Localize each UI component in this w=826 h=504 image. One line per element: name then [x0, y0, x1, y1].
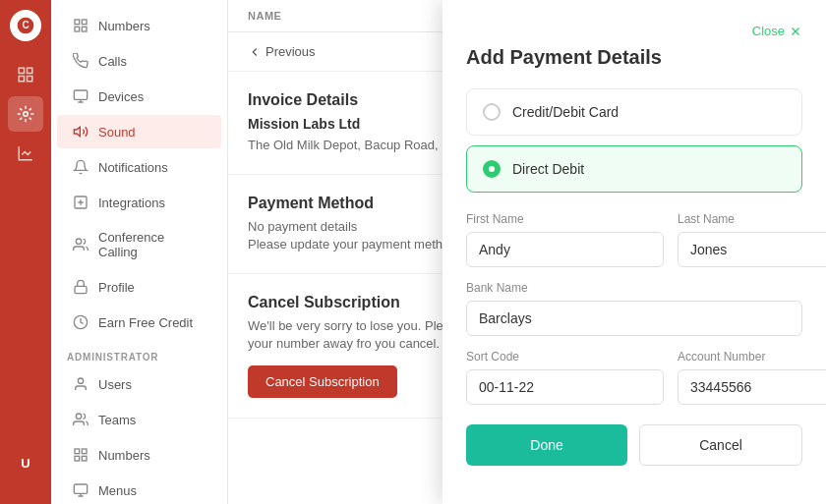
account-number-input[interactable]	[678, 369, 826, 405]
svg-rect-2	[19, 68, 24, 73]
sidebar-item-earn-free-credit[interactable]: Earn Free Credit	[57, 306, 221, 339]
sidebar-item-notifications[interactable]: Notifications	[57, 150, 221, 184]
modal-cancel-button[interactable]: Cancel	[639, 424, 802, 466]
user-avatar[interactable]: U	[10, 447, 41, 478]
direct-debit-radio[interactable]	[483, 160, 501, 178]
credit-debit-label: Credit/Debit Card	[512, 104, 619, 120]
sidebar-item-calls[interactable]: Calls	[57, 44, 221, 78]
app-logo[interactable]: C	[10, 10, 41, 41]
credit-debit-radio[interactable]	[483, 103, 501, 121]
admin-section-label: ADMINISTRATOR	[51, 340, 227, 366]
sidebar-item-teams[interactable]: Teams	[57, 403, 221, 436]
svg-point-14	[76, 239, 81, 244]
svg-point-6	[24, 112, 29, 117]
svg-rect-8	[82, 20, 87, 25]
sidebar-item-devices[interactable]: Devices	[57, 80, 221, 113]
name-row: First Name Last Name	[466, 212, 802, 267]
sort-code-input[interactable]	[466, 369, 664, 405]
last-name-group: Last Name	[678, 212, 826, 267]
svg-rect-23	[74, 484, 87, 493]
svg-rect-5	[28, 77, 32, 82]
last-name-label: Last Name	[678, 212, 826, 226]
sidebar-item-numbers[interactable]: Numbers	[57, 9, 221, 42]
svg-point-18	[76, 414, 81, 419]
svg-rect-7	[75, 20, 80, 25]
sidebar-item-conference-calling[interactable]: Conference Calling	[57, 221, 221, 268]
sidebar-item-admin-numbers[interactable]: Numbers	[57, 438, 221, 472]
svg-rect-21	[75, 456, 80, 461]
sidebar-item-profile[interactable]: Profile	[57, 270, 221, 304]
modal-title: Add Payment Details	[466, 46, 802, 69]
direct-debit-option[interactable]: Direct Debit	[466, 145, 802, 193]
svg-rect-10	[82, 27, 87, 31]
bank-name-row: Bank Name	[466, 281, 802, 336]
svg-rect-20	[82, 449, 87, 454]
bank-name-group: Bank Name	[466, 281, 802, 336]
svg-rect-15	[75, 286, 87, 293]
last-name-input[interactable]	[678, 232, 826, 267]
add-payment-modal: Close Add Payment Details Credit/Debit C…	[442, 0, 826, 504]
svg-rect-3	[28, 68, 32, 73]
nav-sidebar: Numbers Calls Devices Sound Notification…	[51, 0, 228, 504]
bank-name-input[interactable]	[466, 301, 802, 336]
rail-grid-icon[interactable]	[8, 57, 43, 92]
svg-rect-19	[75, 449, 80, 454]
payment-form: First Name Last Name Bank Name Sort Code…	[466, 212, 802, 405]
sort-code-group: Sort Code	[466, 350, 664, 405]
modal-close-row: Close	[466, 24, 802, 38]
first-name-label: First Name	[466, 212, 664, 226]
sort-account-row: Sort Code Account Number	[466, 350, 802, 405]
svg-rect-11	[74, 90, 87, 99]
svg-marker-12	[74, 127, 80, 136]
sidebar-item-menus[interactable]: Menus	[57, 474, 221, 504]
account-number-label: Account Number	[678, 350, 826, 364]
rail-settings-icon[interactable]	[8, 96, 43, 132]
rail-chart-icon[interactable]	[8, 136, 43, 171]
svg-rect-4	[19, 77, 24, 82]
sort-code-label: Sort Code	[466, 350, 664, 364]
account-number-group: Account Number	[678, 350, 826, 405]
credit-debit-option[interactable]: Credit/Debit Card	[466, 88, 802, 136]
sidebar-item-sound[interactable]: Sound	[57, 115, 221, 148]
cancel-subscription-button[interactable]: Cancel Subscription	[248, 365, 397, 398]
svg-rect-22	[82, 456, 87, 461]
icon-rail: C U	[0, 0, 51, 504]
first-name-group: First Name	[466, 212, 664, 267]
svg-rect-9	[75, 27, 80, 31]
direct-debit-label: Direct Debit	[512, 161, 584, 177]
first-name-input[interactable]	[466, 232, 664, 267]
bank-name-label: Bank Name	[466, 281, 802, 295]
sidebar-item-users[interactable]: Users	[57, 367, 221, 401]
sidebar-item-integrations[interactable]: Integrations	[57, 186, 221, 219]
svg-point-17	[78, 378, 83, 383]
done-button[interactable]: Done	[466, 424, 627, 466]
svg-text:C: C	[22, 20, 29, 30]
modal-close-link[interactable]: Close	[752, 24, 802, 38]
modal-actions: Done Cancel	[466, 424, 802, 466]
